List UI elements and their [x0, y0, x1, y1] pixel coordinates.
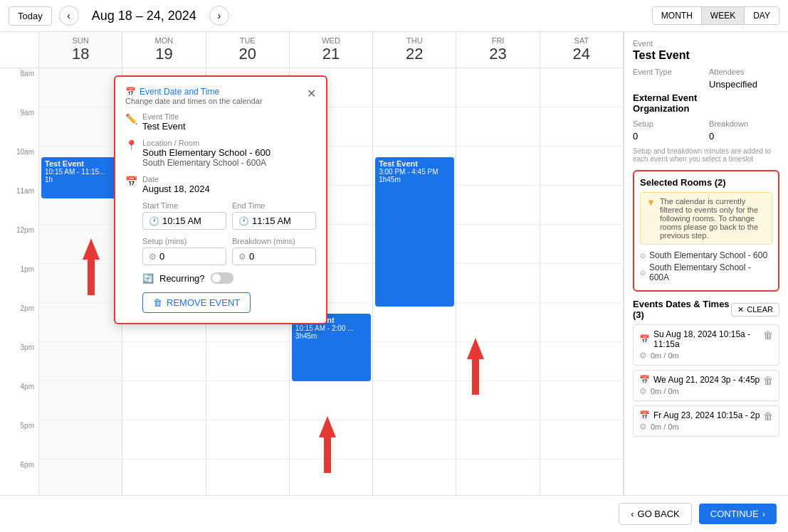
rp-breakdown-label: Breakdown — [709, 119, 779, 128]
chevron-right-icon: › — [762, 509, 765, 519]
setup-icon-2: ⚙ — [639, 386, 647, 396]
time-label-8am: 8am — [0, 68, 39, 107]
time-cell-8-1[interactable] — [122, 381, 206, 420]
event-date-time-popup: 📅 Event Date and Time Change date and ti… — [114, 75, 327, 324]
day-header-sun: SUN 18 — [39, 32, 122, 68]
time-cell-3-6[interactable] — [540, 186, 624, 225]
breakdown-field[interactable] — [249, 251, 285, 262]
time-cell-2-5[interactable] — [456, 147, 540, 186]
time-cell-9-2[interactable] — [206, 420, 290, 459]
time-cell-0-0[interactable] — [39, 68, 122, 107]
time-cell-5-6[interactable] — [540, 264, 624, 303]
time-cell-2-6[interactable] — [540, 147, 624, 186]
time-cell-6-0[interactable] — [39, 303, 122, 342]
rp-event-type-value — [633, 79, 703, 90]
warning-icon: ▼ — [646, 197, 656, 208]
setup-field[interactable] — [159, 251, 195, 262]
date-entry-3-setup: 0m / 0m — [651, 422, 679, 431]
go-back-button[interactable]: ‹ GO BACK — [619, 503, 692, 525]
time-label-5pm: 5pm — [0, 420, 39, 459]
rp-attendees-label: Attendees — [709, 68, 779, 76]
time-cell-1-5[interactable] — [456, 107, 540, 147]
day-header-thu: THU 22 — [373, 32, 456, 68]
next-button[interactable]: › — [209, 6, 229, 26]
time-cell-0-5[interactable] — [456, 68, 540, 107]
end-time-input[interactable]: 🕐 — [232, 212, 316, 230]
time-cell-6-6[interactable] — [540, 303, 624, 342]
time-cell-9-4[interactable] — [373, 420, 456, 459]
time-cell-10-0[interactable] — [39, 459, 122, 495]
prev-button[interactable]: ‹ — [59, 6, 79, 26]
month-view-btn[interactable]: MONTH — [653, 7, 702, 24]
continue-button[interactable]: CONTINUE › — [699, 504, 777, 524]
time-cell-0-4[interactable] — [373, 68, 456, 107]
popup-close-button[interactable]: ✕ — [307, 87, 316, 100]
setup-input[interactable]: ⚙ — [142, 248, 226, 265]
delete-entry-2-button[interactable]: 🗑 — [763, 375, 773, 386]
time-cell-9-6[interactable] — [540, 420, 624, 459]
time-cell-4-6[interactable] — [540, 225, 624, 264]
day-header-fri: FRI 23 — [456, 32, 540, 68]
svg-marker-2 — [319, 416, 336, 437]
popup-location-row: 📍 Location / Room South Elementary Schoo… — [125, 139, 316, 168]
time-label-3pm: 3pm — [0, 342, 39, 381]
rp-attendees-value: Unspecified — [709, 79, 779, 90]
date-entry-2-setup: 0m / 0m — [651, 387, 679, 395]
time-cell-8-3[interactable] — [290, 381, 373, 420]
time-cell-4-5[interactable] — [456, 225, 540, 264]
time-cell-8-4[interactable] — [373, 381, 456, 420]
day-header-mon: MON 19 — [122, 32, 206, 68]
time-cell-10-2[interactable] — [206, 459, 290, 495]
time-cell-7-6[interactable] — [540, 342, 624, 381]
time-cell-8-6[interactable] — [540, 381, 624, 420]
time-label-9am: 9am — [0, 107, 39, 147]
start-time-field[interactable] — [162, 216, 212, 226]
popup-setup-row: Setup (mins) ⚙ Breakdown (mins) ⚙ — [125, 237, 316, 265]
end-time-field[interactable] — [252, 216, 302, 226]
today-button[interactable]: Today — [9, 6, 52, 26]
event-title-value: Test Event — [142, 121, 186, 132]
time-cell-3-5[interactable] — [456, 186, 540, 225]
time-cell-10-5[interactable] — [456, 459, 540, 495]
clear-button[interactable]: ✕ CLEAR — [731, 303, 779, 316]
start-time-group: Start Time 🕐 — [142, 201, 226, 230]
calendar-event-ev3[interactable]: Test Event3:00 PM - 4:45 PM1h45m — [375, 157, 454, 307]
setup-icon-3: ⚙ — [639, 422, 647, 432]
location-value1: South Elementary School - 600 — [142, 147, 270, 158]
time-label-1pm: 1pm — [0, 264, 39, 303]
time-cell-6-5[interactable] — [456, 303, 540, 342]
time-cell-10-6[interactable] — [540, 459, 624, 495]
time-cell-1-4[interactable] — [373, 107, 456, 147]
time-cell-0-6[interactable] — [540, 68, 624, 107]
time-cell-7-0[interactable] — [39, 342, 122, 381]
time-cell-8-2[interactable] — [206, 381, 290, 420]
time-cell-7-2[interactable] — [206, 342, 290, 381]
time-cell-7-4[interactable] — [373, 342, 456, 381]
time-cell-9-5[interactable] — [456, 420, 540, 459]
delete-entry-1-button[interactable]: 🗑 — [763, 329, 773, 341]
recurring-toggle[interactable] — [211, 272, 233, 284]
calendar-event-ev1[interactable]: Test Event10:15 AM - 11:15...1h — [41, 157, 120, 198]
date-entry-1-date: Su Aug 18, 2024 10:15a - 11:15a — [653, 329, 760, 349]
time-cell-6-4[interactable] — [373, 303, 456, 342]
time-label-6pm: 6pm — [0, 459, 39, 495]
start-time-input[interactable]: 🕐 — [142, 212, 226, 230]
bottom-bar: ‹ GO BACK CONTINUE › — [0, 495, 788, 532]
time-cell-7-1[interactable] — [122, 342, 206, 381]
rooms-warning-text: The calendar is currently filtered to ev… — [660, 197, 766, 240]
time-cell-9-0[interactable] — [39, 420, 122, 459]
time-cell-10-1[interactable] — [122, 459, 206, 495]
time-cell-8-0[interactable] — [39, 381, 122, 420]
time-cell-1-6[interactable] — [540, 107, 624, 147]
time-label-11am: 11am — [0, 186, 39, 225]
time-cell-10-4[interactable] — [373, 459, 456, 495]
day-view-btn[interactable]: DAY — [745, 7, 779, 24]
week-view-btn[interactable]: WEEK — [702, 7, 745, 24]
breakdown-input[interactable]: ⚙ — [232, 248, 316, 265]
selected-rooms-title: Selected Rooms (2) — [640, 177, 772, 188]
time-cell-5-5[interactable] — [456, 264, 540, 303]
time-cell-9-1[interactable] — [122, 420, 206, 459]
delete-entry-3-button[interactable]: 🗑 — [763, 410, 773, 422]
time-cell-1-0[interactable] — [39, 107, 122, 147]
remove-event-button[interactable]: 🗑 REMOVE EVENT — [142, 292, 251, 313]
